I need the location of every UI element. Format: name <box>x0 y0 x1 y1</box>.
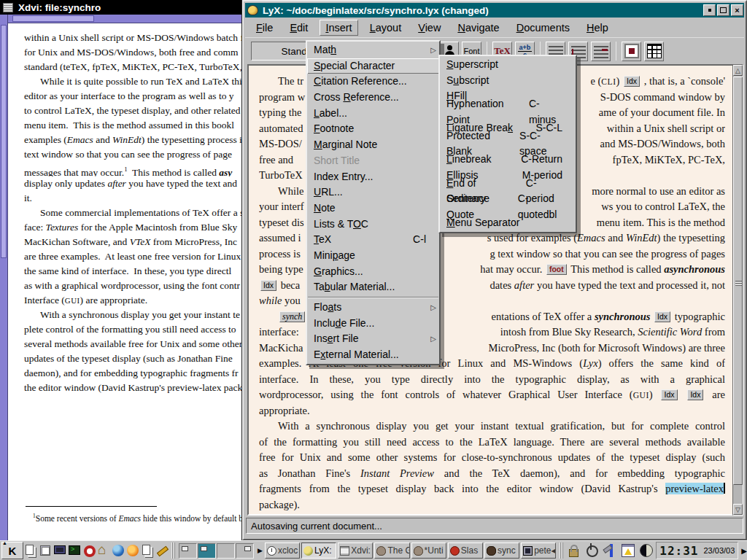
menu-item-special-character[interactable]: Special Character <box>307 58 439 74</box>
idx-inset-button[interactable]: Idx <box>624 76 640 87</box>
menu-item-short-title[interactable]: Short Title <box>307 153 439 169</box>
menubar-documents[interactable]: Documents <box>511 20 575 35</box>
taskbar-button-xdvi[interactable]: Xdvi: <box>338 542 373 559</box>
menu-item-note[interactable]: Note <box>307 201 439 217</box>
menu-item-menu-separator[interactable]: Menu Separator <box>440 215 576 231</box>
menu-item-linebreak[interactable]: LinebreakC-Return <box>440 152 576 168</box>
menu-item-include-file[interactable]: Include File... <box>307 316 439 332</box>
insert-table-icon[interactable] <box>644 42 664 61</box>
tray-klipper-icon[interactable] <box>602 542 618 559</box>
menu-item-minipage[interactable]: Minipage <box>307 248 439 264</box>
pager-desktop-2[interactable] <box>198 543 216 559</box>
foot-inset-button[interactable]: foot <box>546 264 567 275</box>
idx-inset-button[interactable]: Idx <box>661 389 677 400</box>
menu-item-label: Math <box>314 42 336 58</box>
tray-handle[interactable] <box>560 542 563 559</box>
menu-item-ordinary-quote[interactable]: Ordinary QuoteC-quotedbl <box>440 199 576 215</box>
launcher-help[interactable] <box>82 542 96 559</box>
xdvi-vertical-scrollbar[interactable] <box>0 15 8 540</box>
taskbar-button-xcloc[interactable]: xcloc <box>265 542 300 559</box>
taskbar-button-the-g[interactable]: The G <box>374 542 409 559</box>
xdvi-titlebar[interactable]: Xdvi: file:synchro <box>0 0 241 15</box>
menu-item-marginal-note[interactable]: Marginal Note <box>307 137 439 153</box>
menu-item-lists-toc[interactable]: Lists & TOC <box>307 217 439 233</box>
change-depth-icon[interactable] <box>591 42 611 61</box>
menubar-navigate[interactable]: Navigate <box>452 20 504 35</box>
menu-item-footnote[interactable]: Footnote <box>307 121 439 137</box>
launcher-terminal[interactable] <box>67 542 82 559</box>
desktop: Xdvi: file:synchro within a Unix shell s… <box>0 0 747 560</box>
idx-inset-button[interactable]: Idx <box>654 311 670 322</box>
launcher-editor[interactable] <box>155 542 169 559</box>
taskbar-button-lyx[interactable]: LyX: <box>301 542 336 559</box>
launcher-window-list[interactable] <box>23 542 38 559</box>
taskbar-button-slas[interactable]: Slas <box>448 542 483 559</box>
scroll-up-icon[interactable]: △ <box>733 65 743 76</box>
label-inset-button[interactable]: synch <box>279 311 305 322</box>
submenu-arrow-icon: ▷ <box>430 42 436 58</box>
launcher-windows[interactable] <box>140 542 155 559</box>
menu-item-insert-file[interactable]: Insert File▷ <box>307 331 439 347</box>
launcher-display[interactable] <box>53 542 67 559</box>
idx-inset-button[interactable]: Idx <box>687 389 703 400</box>
menu-item-label[interactable]: Label... <box>307 106 439 122</box>
tray-logout-icon[interactable] <box>584 542 600 559</box>
lyx-titlebar[interactable]: LyX: ~/doc/beginlatex/src/synchro.lyx (c… <box>245 3 744 18</box>
launcher-mail[interactable] <box>125 542 140 559</box>
xdvi-text-line: updates of the typeset display (such as … <box>24 351 241 366</box>
text-run: from MicroPress, Inc <box>150 236 236 247</box>
insert-figure-icon[interactable] <box>622 42 641 61</box>
menu-item-url[interactable]: URL... <box>307 184 439 201</box>
pager-desktop-1[interactable] <box>179 543 197 559</box>
clock-applet[interactable]: 12:31 23/03/03 <box>656 542 738 559</box>
menu-item-index-entry[interactable]: Index Entry... <box>307 169 439 185</box>
menu-item-citation-reference[interactable]: Citation Reference... <box>307 74 439 90</box>
xdvi-vscroll-thumb[interactable] <box>1 25 7 258</box>
maximize-button[interactable] <box>717 4 729 16</box>
tray-moonphase-icon[interactable] <box>638 542 654 559</box>
text-run: While <box>278 185 303 197</box>
text-run: are <box>705 389 725 400</box>
taskbar-button-unti[interactable]: *Unti <box>411 542 446 559</box>
menu-item-tex[interactable]: TeXC-l <box>307 232 439 248</box>
menubar-insert[interactable]: Insert <box>320 20 357 36</box>
taskbar-button-pete[interactable]: pete◀ <box>521 542 556 559</box>
close-button[interactable]: × <box>731 4 743 16</box>
pager-desktop-4[interactable] <box>236 543 254 559</box>
menu-item-math[interactable]: Math▷ <box>307 42 439 58</box>
pager-desktop-3[interactable] <box>217 543 235 559</box>
menubar-edit[interactable]: Edit <box>285 20 313 35</box>
xdvi-text-line: it. <box>24 191 241 206</box>
menu-item-tabular-material[interactable]: Tabular Material... <box>307 279 439 295</box>
launcher-home[interactable] <box>96 542 111 559</box>
iconify-button[interactable] <box>703 4 716 16</box>
k-menu-button[interactable]: K <box>1 542 23 559</box>
menubar-file[interactable]: File <box>251 20 278 35</box>
document-scrollbar[interactable]: △ ▽ <box>732 64 743 516</box>
menu-item-graphics[interactable]: Graphics... <box>307 264 439 280</box>
launcher-desktop[interactable] <box>38 542 53 559</box>
xdvi-horizontal-scrollbar[interactable] <box>8 15 241 23</box>
menu-item-cross-reference[interactable]: Cross Reference... <box>307 90 439 106</box>
scroll-thumb[interactable] <box>733 77 743 485</box>
menu-item-floats[interactable]: Floats▷ <box>307 300 439 316</box>
menubar-view[interactable]: View <box>413 20 446 35</box>
menubar-help[interactable]: Help <box>581 20 614 35</box>
panel-handle[interactable] <box>171 542 175 559</box>
launcher-browser[interactable] <box>111 542 125 559</box>
menu-item-protected-blank[interactable]: Protected BlankS-C-space <box>440 136 576 152</box>
scroll-down-icon[interactable]: ▽ <box>733 504 743 515</box>
menu-item-external-material[interactable]: External Material... <box>307 347 439 363</box>
line-left-fragment: The tr <box>259 74 303 90</box>
panel-hide-arrow-icon[interactable]: ▶ <box>741 547 747 555</box>
xdvi-hscroll-thumb[interactable] <box>12 15 94 22</box>
menu-item-superscript[interactable]: Superscript <box>440 57 576 73</box>
taskbar-button-sync[interactable]: sync <box>484 542 519 559</box>
menu-item-hyphenation-point[interactable]: Hyphenation PointC-minus <box>440 104 576 120</box>
menubar-layout[interactable]: Layout <box>365 20 407 35</box>
menu-item-subscript[interactable]: Subscript <box>440 73 576 89</box>
tasklist-arrow-icon[interactable]: ▶ <box>258 547 263 554</box>
tray-organizer-icon[interactable] <box>620 542 636 559</box>
tray-lock-icon[interactable] <box>565 542 581 559</box>
idx-inset-button[interactable]: Idx <box>260 280 276 291</box>
